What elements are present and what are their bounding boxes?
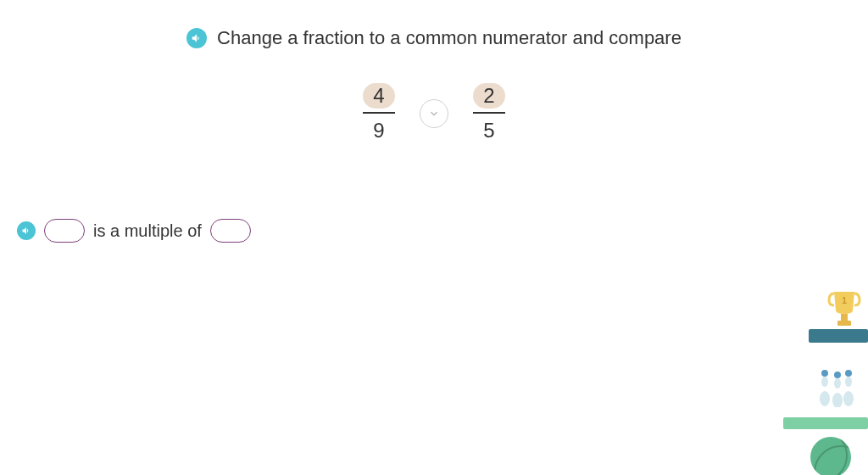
- comparison-selector[interactable]: [420, 99, 448, 128]
- shelf-middle: [783, 417, 868, 429]
- fraction-1: 4 9: [362, 83, 396, 144]
- svg-rect-1: [841, 314, 848, 322]
- statement-text: is a multiple of: [93, 221, 202, 241]
- speaker-icon: [21, 226, 31, 236]
- audio-button-title[interactable]: [186, 28, 207, 48]
- fraction-bar: [363, 112, 395, 114]
- statement-row: is a multiple of: [17, 219, 251, 243]
- fraction-1-denominator: 9: [373, 117, 384, 144]
- bowling-pins-icon: [816, 365, 854, 407]
- svg-text:1: 1: [842, 295, 847, 305]
- input-multiple-left[interactable]: [44, 219, 85, 243]
- svg-point-5: [821, 370, 828, 377]
- svg-point-3: [820, 391, 830, 406]
- fraction-bar: [473, 112, 505, 114]
- speaker-icon: [191, 32, 203, 44]
- fraction-1-numerator: 4: [363, 83, 395, 109]
- fractions-row: 4 9 2 5: [0, 83, 868, 144]
- header-row: Change a fraction to a common numerator …: [0, 0, 868, 49]
- svg-point-11: [845, 370, 852, 377]
- fraction-2-denominator: 5: [483, 117, 494, 144]
- audio-button-statement[interactable]: [17, 221, 36, 240]
- svg-point-9: [843, 391, 854, 406]
- page-title: Change a fraction to a common numerator …: [217, 27, 682, 49]
- chevron-down-icon: [428, 108, 440, 120]
- trophy-icon: 1: [827, 288, 861, 327]
- svg-point-8: [834, 372, 841, 378]
- svg-point-7: [834, 378, 841, 388]
- fraction-2: 2 5: [472, 83, 506, 144]
- decoration-sidebar: 1: [758, 288, 868, 475]
- svg-point-4: [821, 377, 828, 387]
- fraction-2-numerator: 2: [473, 83, 505, 109]
- shelf-top: [809, 329, 868, 343]
- input-multiple-right[interactable]: [210, 219, 251, 243]
- basketball-icon: [810, 437, 851, 475]
- svg-point-6: [832, 393, 843, 407]
- svg-point-10: [845, 377, 852, 387]
